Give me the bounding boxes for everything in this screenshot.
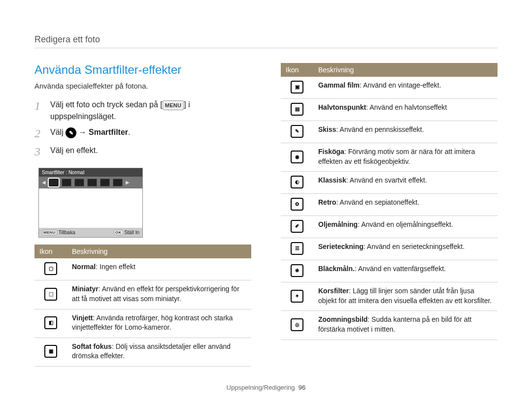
effect-icon: ❀ (291, 264, 303, 277)
col-header-icon: Ikon (281, 63, 313, 77)
device-title: Smartfilter : Normal (39, 168, 142, 177)
menu-key-small: MENU (42, 230, 57, 235)
section-heading: Använda Smartfilter-effekter (34, 63, 251, 77)
left-column: Använda Smartfilter-effekter Använda spe… (34, 63, 251, 367)
table-row: ◧Vinjett: Använda retrofärger, hög kontr… (34, 309, 251, 338)
effect-icon-cell: ▣ (281, 77, 313, 99)
effect-icon-cell: ▢ (34, 258, 67, 280)
right-column: Ikon Beskrivning ▣Gammal film: Använd en… (281, 63, 498, 367)
ok-key-small: OK (114, 230, 123, 235)
step-number-1: 1 (34, 99, 43, 113)
page-footer: Uppspelning/Redigering 96 (0, 384, 532, 391)
breadcrumb: Redigera ett foto (34, 34, 498, 48)
effect-icon-cell: ◉ (281, 143, 313, 172)
step-number-3: 3 (34, 145, 43, 159)
effect-name: Korsfilter (318, 287, 349, 295)
col-header-desc: Beskrivning (67, 245, 251, 258)
effect-desc-cell: Miniatyr: Använd en effekt för perspekti… (67, 280, 251, 309)
table-row: ❀Bläckmåln.: Använd en vattenfärgseffekt… (281, 260, 498, 282)
effect-desc: : Använd en pennskisseffekt. (336, 125, 424, 133)
menu-key: MENU (163, 100, 184, 111)
table-row: ▦Softat fokus: Dölj vissa ansiktsdetalje… (34, 338, 251, 366)
effect-name: Serieteckning (318, 243, 364, 250)
effect-icon: ✿ (291, 198, 303, 211)
effect-desc-cell: Klassisk: Använd en svartvit effekt. (313, 172, 498, 194)
effect-desc: : Använd en oljemålningseffekt. (358, 220, 453, 228)
table-row: ▢Normal: Ingen effekt (34, 258, 251, 280)
table-row: ▤Halvtonspunkt: Använd en halvtonseffekt (281, 99, 498, 121)
footer-section: Uppspelning/Redigering (227, 384, 295, 391)
table-row: ✐Oljemålning: Använd en oljemålningseffe… (281, 216, 498, 238)
effect-name: Skiss (318, 125, 336, 133)
effect-desc-cell: Vinjett: Använda retrofärger, hög kontra… (67, 309, 251, 338)
device-preview (39, 188, 142, 228)
chevron-right-icon: ▶ (126, 180, 130, 185)
device-filter-strip: ◀ ▶ (39, 177, 142, 188)
effect-desc-cell: Fisköga: Förvräng motiv som är nära för … (313, 143, 498, 172)
effect-desc-cell: Gammal film: Använd en vintage-effekt. (313, 77, 498, 99)
filter-thumb (87, 179, 97, 186)
table-row: ⬚Miniatyr: Använd en effekt för perspekt… (34, 280, 251, 309)
table-row: ✿Retro: Använd en sepiatoneffekt. (281, 194, 498, 216)
effect-icon-cell: ◧ (34, 309, 67, 338)
effect-name: Retro (318, 198, 336, 206)
effect-icon: ☰ (291, 242, 303, 255)
table-row: ◉Fisköga: Förvräng motiv som är nära för… (281, 143, 498, 172)
effect-name: Miniatyr (72, 285, 99, 293)
effect-name: Oljemålning (318, 220, 358, 228)
effect-icon: ✐ (291, 220, 303, 233)
effect-desc: : Ingen effekt (96, 263, 135, 271)
effect-desc-cell: Bläckmåln.: Använd en vattenfärgseffekt. (313, 260, 498, 282)
table-row: ◐Klassisk: Använd en svartvit effekt. (281, 172, 498, 194)
intro-text: Använda specialeffekter på fotona. (34, 82, 251, 90)
effect-desc: : Använd en svartvit effekt. (346, 176, 427, 184)
device-footer: MENU Tillbaka OK Ställ In (39, 228, 142, 238)
ok-label: Ställ In (124, 230, 139, 235)
step-1-text: Välj ett foto och tryck sedan på [MENU] … (50, 99, 251, 123)
steps-list: 1 Välj ett foto och tryck sedan på [MENU… (34, 99, 251, 159)
effect-icon: ▣ (291, 81, 303, 93)
edit-icon: ✎ (66, 127, 76, 138)
effect-icon-cell: ✦ (281, 282, 313, 311)
effect-desc-cell: Softat fokus: Dölj vissa ansiktsdetaljer… (67, 338, 251, 366)
effect-desc-cell: Zoomningsbild: Sudda kanterna på en bild… (313, 311, 498, 339)
table-row: ▣Gammal film: Använd en vintage-effekt. (281, 77, 498, 99)
effect-name: Zoomningsbild (318, 315, 367, 323)
effect-icon: ◐ (291, 176, 303, 188)
effect-icon-cell: ✐ (281, 216, 313, 238)
effect-icon-cell: ▤ (281, 99, 313, 121)
effect-desc: : Använd en halvtonseffekt (366, 103, 447, 111)
effect-icon: ◧ (44, 316, 57, 329)
effect-icon-cell: ◎ (281, 311, 313, 339)
effect-name: Klassisk (318, 176, 346, 184)
effect-desc: : Använd en vattenfärgseffekt. (355, 265, 446, 273)
effect-icon-cell: ▦ (34, 338, 67, 366)
effect-icon: ⬚ (44, 288, 57, 301)
col-header-desc: Beskrivning (313, 63, 498, 77)
table-row: ✦Korsfilter: Lägg till linjer som sänder… (281, 282, 498, 311)
effect-desc-cell: Retro: Använd en sepiatoneffekt. (313, 194, 498, 216)
chevron-left-icon: ◀ (42, 180, 46, 185)
effects-table-right: Ikon Beskrivning ▣Gammal film: Använd en… (281, 63, 498, 340)
effect-icon: ▤ (291, 103, 303, 116)
step-2-text: Välj ✎ → Smartfilter. (50, 126, 131, 138)
step-number-2: 2 (34, 126, 43, 141)
effects-table-left: Ikon Beskrivning ▢Normal: Ingen effekt⬚M… (34, 245, 251, 367)
effect-desc-cell: Skiss: Använd en pennskisseffekt. (313, 121, 498, 143)
back-label: Tillbaka (58, 230, 75, 235)
page-number: 96 (299, 384, 305, 391)
table-row: ☰Serieteckning: Använd en serietecknings… (281, 238, 498, 260)
effect-icon: ▦ (44, 345, 57, 358)
effect-name: Softat fokus (72, 342, 112, 350)
effect-desc-cell: Normal: Ingen effekt (67, 258, 251, 280)
filter-thumb (113, 179, 123, 186)
effect-desc-cell: Korsfilter: Lägg till linjer som sänder … (313, 282, 498, 311)
col-header-icon: Ikon (34, 245, 67, 258)
filter-thumb (49, 179, 59, 186)
filter-thumb (74, 179, 84, 186)
effect-icon-cell: ☰ (281, 238, 313, 260)
effect-name: Fisköga (318, 148, 344, 155)
filter-thumb (100, 179, 110, 186)
effect-icon: ✦ (291, 290, 303, 303)
effect-desc-cell: Serieteckning: Använd en serieteckningse… (313, 238, 498, 260)
